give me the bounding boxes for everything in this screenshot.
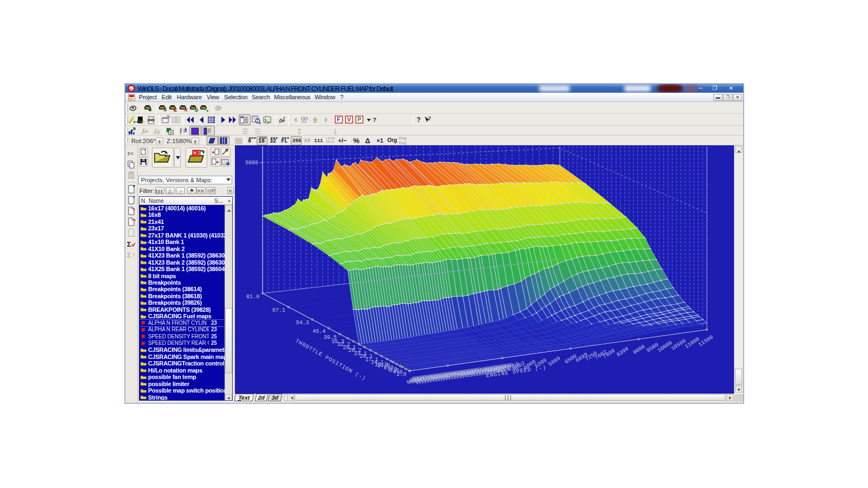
svg-text:54.3: 54.3	[296, 320, 309, 326]
svg-text:2.0: 2.0	[397, 371, 406, 377]
svg-text:V: V	[347, 117, 351, 123]
svg-text:F: F	[337, 117, 340, 123]
svg-text:+x: +x	[131, 218, 136, 222]
svg-text:67.1: 67.1	[272, 307, 285, 313]
svg-text:!: !	[133, 252, 135, 259]
svg-text:Σ: Σ	[127, 251, 131, 259]
svg-text:5000: 5000	[245, 160, 258, 166]
svg-text:HHL: HHL	[302, 120, 307, 124]
svg-text:45.4: 45.4	[312, 329, 326, 335]
svg-text:P: P	[358, 117, 361, 123]
svg-text:Σ: Σ	[127, 240, 131, 248]
svg-text:?: ?	[428, 115, 431, 121]
svg-text:✄: ✄	[127, 150, 133, 158]
svg-text:*x: *x	[131, 207, 135, 211]
svg-text:81.0: 81.0	[246, 294, 259, 300]
